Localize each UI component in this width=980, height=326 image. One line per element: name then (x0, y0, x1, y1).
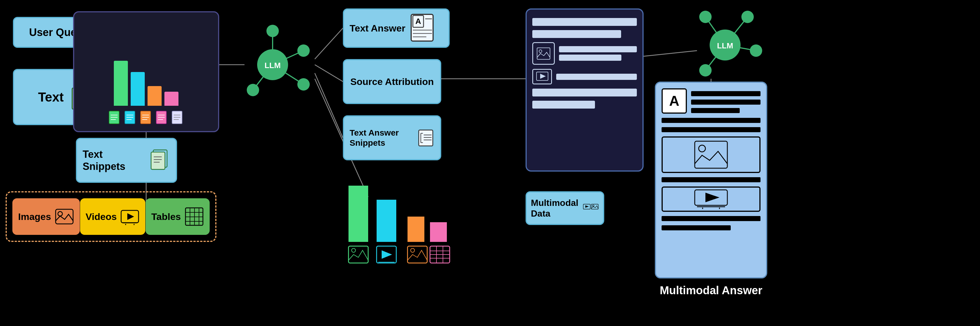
final-img-icon (694, 141, 728, 169)
text-snippets-box: Text Snippets (76, 138, 177, 183)
llm-network-right: LLM (683, 8, 767, 93)
multimodal-answer-text: Multimodal Answer (660, 284, 762, 296)
svg-point-116 (699, 145, 705, 152)
videos-item: Videos (80, 198, 146, 235)
text-answer-snippets-label: Text Answer Snippets (350, 128, 414, 148)
multimodal-chart-svg (343, 174, 484, 281)
svg-point-98 (539, 50, 542, 53)
chart-doc-orange (139, 110, 153, 125)
svg-text:A: A (415, 17, 421, 26)
text-answer-box: Text Answer A (343, 8, 450, 48)
svg-point-112 (699, 64, 711, 77)
final-lines-right (691, 91, 760, 113)
svg-point-53 (58, 211, 62, 216)
svg-rect-80 (348, 185, 368, 242)
svg-point-43 (298, 78, 310, 91)
final-video-icon (694, 189, 728, 209)
text-label: Text (38, 89, 64, 105)
llm-network-right-svg: LLM (683, 8, 767, 87)
doc-image-row (532, 42, 637, 65)
doc-line-3 (532, 89, 637, 96)
svg-text:LLM: LLM (717, 42, 733, 50)
final-line-8 (662, 225, 731, 230)
final-answer-letter: A (662, 88, 687, 113)
videos-label: Videos (86, 211, 117, 222)
svg-rect-115 (695, 141, 727, 168)
doc-img-placeholder (532, 42, 555, 65)
doc-video-placeholder (532, 69, 552, 85)
doc-img-line-2 (559, 54, 621, 61)
doc-line-4 (532, 101, 595, 109)
doc-img-lines (559, 46, 637, 61)
multimodal-data-label: Multimodal Data (525, 191, 604, 225)
svg-point-90 (410, 248, 415, 252)
tables-icon (185, 207, 204, 227)
bar-3 (148, 86, 162, 106)
letter-a: A (669, 93, 679, 109)
text-answer-label: Text Answer (350, 22, 405, 34)
bar-4 (164, 92, 178, 106)
doc-img-icon (536, 47, 550, 60)
text-answer-snippets-box: Text Answer Snippets (343, 115, 441, 160)
final-line-4 (662, 118, 760, 123)
doc-video-icon (536, 72, 549, 82)
text-answer-icon: A (409, 13, 438, 43)
svg-marker-118 (705, 193, 719, 202)
svg-point-110 (741, 11, 754, 23)
svg-marker-100 (540, 74, 546, 79)
svg-point-44 (247, 84, 259, 96)
diagram-container: User Query Text (0, 0, 980, 326)
chart-doc-row (108, 110, 185, 125)
svg-point-41 (266, 25, 279, 37)
bar-2 (131, 72, 145, 106)
multimodal-data-icon (583, 200, 599, 217)
doc-line-1 (532, 18, 637, 26)
images-item: Images (13, 198, 80, 235)
svg-line-5 (315, 65, 343, 82)
svg-point-42 (298, 45, 310, 57)
doc-video-line (556, 74, 637, 80)
tables-item: Tables (146, 198, 209, 235)
svg-point-111 (750, 45, 762, 57)
chart-doc-cyan (124, 110, 137, 125)
svg-marker-55 (127, 213, 134, 220)
multimodal-data-text: Multimodal Data (531, 197, 580, 219)
tables-label: Tables (151, 211, 181, 222)
svg-marker-87 (382, 250, 392, 259)
final-line-6 (662, 177, 760, 182)
svg-rect-83 (430, 222, 447, 242)
doc-panel (525, 8, 644, 172)
llm-network-center: LLM (231, 22, 315, 107)
svg-rect-48 (151, 152, 165, 169)
snippets-doc-icon (418, 126, 434, 150)
svg-text:LLM: LLM (264, 61, 281, 70)
doc-line-2 (532, 30, 621, 38)
final-video-placeholder (662, 187, 760, 212)
bar-1 (114, 61, 128, 106)
svg-marker-102 (585, 205, 589, 208)
final-line-1 (691, 91, 760, 96)
svg-rect-81 (377, 200, 396, 242)
chart-doc-white (171, 110, 185, 125)
final-answer-box: A (655, 82, 767, 278)
svg-line-6 (315, 73, 343, 138)
final-answer-header: A (662, 88, 760, 113)
final-line-7 (662, 216, 760, 221)
final-line-5 (662, 127, 760, 132)
source-attribution-box: Source Attribution (343, 59, 441, 104)
svg-point-104 (592, 205, 594, 207)
svg-line-4 (315, 28, 343, 59)
doc-img-line-1 (559, 46, 637, 52)
snippets-icon (149, 148, 170, 173)
text-snippets-label: Text Snippets (83, 148, 145, 173)
llm-network-svg: LLM (231, 22, 315, 107)
svg-point-109 (699, 11, 711, 23)
chart-doc-pink (155, 110, 169, 125)
svg-rect-97 (537, 48, 550, 59)
doc-video-row (532, 69, 637, 85)
source-attribution-label: Source Attribution (350, 75, 434, 88)
media-row: Images Videos Tables (6, 191, 216, 242)
svg-point-85 (352, 248, 356, 252)
doc-video-line-wrapper (556, 74, 637, 80)
multimodal-chart (343, 174, 484, 281)
